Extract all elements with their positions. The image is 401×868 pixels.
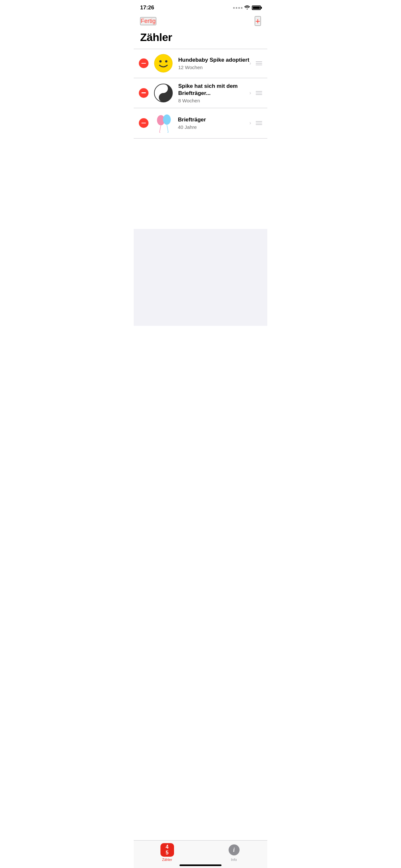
svg-point-8: [163, 114, 171, 125]
item-text-3: Briefträger 40 Jahre: [178, 116, 249, 130]
counter-list: Hundebaby Spike adoptiert 12 Wochen › Sp…: [134, 49, 267, 138]
item-title-2: Spike hat sich mit dem Briefträger...: [178, 83, 249, 97]
delete-button-3[interactable]: [139, 118, 149, 128]
reorder-handle-1[interactable]: [256, 61, 262, 65]
chevron-icon-3: ›: [249, 120, 251, 126]
svg-point-1: [159, 60, 162, 63]
balloons-icon: [154, 113, 175, 134]
status-bar: 17:26: [134, 0, 267, 13]
chevron-icon-2: ›: [249, 90, 251, 96]
status-time: 17:26: [140, 4, 154, 11]
wifi-icon: [244, 5, 250, 10]
list-item[interactable]: Spike hat sich mit dem Briefträger... 8 …: [134, 78, 267, 108]
nav-bar: Fertig +: [134, 13, 267, 30]
svg-point-0: [154, 54, 173, 72]
yinyang-icon: [154, 83, 173, 103]
item-text-1: Hundebaby Spike adoptiert 12 Wochen: [178, 57, 249, 70]
signal-icon: [233, 7, 243, 9]
fertig-button[interactable]: Fertig: [140, 17, 156, 25]
gray-area: [134, 229, 267, 326]
list-item[interactable]: Briefträger 40 Jahre ›: [134, 108, 267, 138]
item-title-3: Briefträger: [178, 116, 249, 123]
delete-button-2[interactable]: [139, 88, 149, 98]
item-subtitle-1: 12 Wochen: [178, 65, 249, 70]
page-title: Zähler: [134, 30, 267, 49]
svg-line-7: [160, 125, 161, 131]
item-subtitle-3: 40 Jahre: [178, 124, 249, 130]
svg-point-2: [165, 60, 167, 63]
delete-button-1[interactable]: [139, 58, 149, 68]
add-button[interactable]: +: [255, 16, 261, 26]
item-subtitle-2: 8 Wochen: [178, 98, 249, 103]
empty-area: [134, 138, 267, 229]
smiley-icon: [154, 54, 173, 73]
chevron-icon-1: ›: [249, 60, 251, 66]
status-icons: [233, 5, 261, 10]
svg-point-5: [162, 96, 165, 99]
reorder-handle-2[interactable]: [256, 91, 262, 95]
svg-point-4: [162, 87, 165, 90]
item-title-1: Hundebaby Spike adoptiert: [178, 57, 249, 64]
battery-icon: [252, 5, 261, 10]
item-text-2: Spike hat sich mit dem Briefträger... 8 …: [178, 83, 249, 103]
list-item[interactable]: Hundebaby Spike adoptiert 12 Wochen ›: [134, 49, 267, 78]
reorder-handle-3[interactable]: [256, 121, 262, 125]
svg-line-9: [167, 125, 168, 131]
